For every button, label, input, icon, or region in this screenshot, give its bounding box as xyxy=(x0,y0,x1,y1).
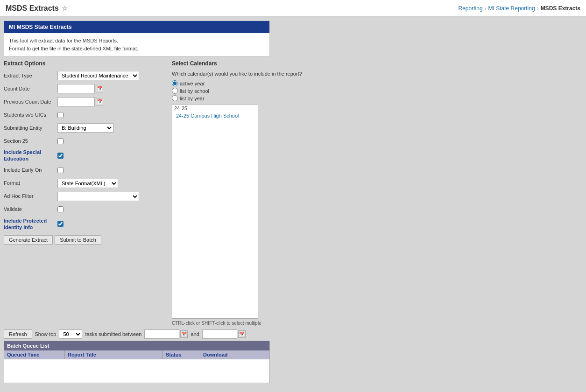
page-title: MSDS Extracts xyxy=(6,4,59,13)
include-early-on-control xyxy=(57,167,162,173)
count-date-input-wrap: 07/26/2024 📅 xyxy=(57,84,103,93)
validate-label: Validate xyxy=(4,206,57,212)
radio-active-year[interactable] xyxy=(172,80,178,86)
batch-date-to-calendar-icon[interactable]: 📅 xyxy=(238,330,246,338)
calendar-item-campus-high-school[interactable]: 24-25 Campus High School xyxy=(172,112,258,119)
generate-extract-button[interactable]: Generate Extract xyxy=(4,235,53,245)
tasks-between-label: tasks submitted between xyxy=(85,331,141,337)
include-early-on-label: Include Early On xyxy=(4,167,57,173)
extract-options-title: Extract Options xyxy=(4,60,162,67)
count-date-calendar-icon[interactable]: 📅 xyxy=(96,85,103,92)
breadcrumb: Reporting › MI State Reporting › MSDS Ex… xyxy=(459,5,580,12)
include-early-on-checkbox[interactable] xyxy=(57,167,64,173)
batch-col-queued-time: Queued Time xyxy=(4,350,65,359)
include-protected-row: Include Protected Identity Info xyxy=(4,217,162,231)
batch-date-from-wrap: 07/19/2024 📅 xyxy=(144,329,188,339)
panel-description-line1: This tool will extract data for the MSDS… xyxy=(9,37,265,45)
calendar-group-header: 24-25 xyxy=(172,105,258,112)
show-top-select[interactable]: 50 10 25 100 xyxy=(59,329,82,339)
radio-active-year-row: active year xyxy=(172,80,582,86)
students-wo-uics-checkbox[interactable] xyxy=(57,112,64,118)
calendar-listbox[interactable]: 24-25 24-25 Campus High School xyxy=(172,104,258,319)
batch-date-from-input[interactable]: 07/19/2024 xyxy=(144,329,179,339)
batch-queue-section: Refresh Show top 50 10 25 100 tasks subm… xyxy=(4,329,270,383)
validate-row: Validate xyxy=(4,204,162,215)
previous-count-date-label: Previous Count Date xyxy=(4,98,57,105)
count-date-control: 07/26/2024 📅 xyxy=(57,84,162,93)
breadcrumb-sep-1: › xyxy=(485,5,487,12)
panel-body: This tool will extract data for the MSDS… xyxy=(4,33,269,56)
breadcrumb-sep-2: › xyxy=(537,5,539,12)
extract-type-label: Extract Type xyxy=(4,72,57,79)
previous-count-date-row: Previous Count Date 📅 xyxy=(4,97,162,107)
section25-label: Section 25 xyxy=(4,138,57,144)
batch-col-report-title: Report Title xyxy=(65,350,163,359)
students-wo-uics-control xyxy=(57,112,162,118)
extract-type-control: Student Record Maintenance xyxy=(57,71,162,80)
select-calendars-section: Select Calendars Which calendar(s) would… xyxy=(172,60,582,326)
submitting-entity-row: Submitting Entity B: Building xyxy=(4,123,162,133)
include-special-ed-checkbox[interactable] xyxy=(57,153,64,159)
count-date-label: Count Date xyxy=(4,85,57,92)
submitting-entity-label: Submitting Entity xyxy=(4,125,57,131)
extract-type-row: Extract Type Student Record Maintenance xyxy=(4,70,162,81)
main-content: MI MSDS State Extracts This tool will ex… xyxy=(0,17,586,392)
ad-hoc-filter-row: Ad Hoc Filter xyxy=(4,191,162,202)
batch-date-to-wrap: 07/26/2024 📅 xyxy=(202,329,246,339)
refresh-button[interactable]: Refresh xyxy=(4,329,32,339)
submit-to-batch-button[interactable]: Submit to Batch xyxy=(55,235,101,245)
submitting-entity-select[interactable]: B: Building xyxy=(57,123,113,133)
section25-row: Section 25 xyxy=(4,136,162,146)
radio-active-year-label: active year xyxy=(180,81,205,86)
breadcrumb-mi-state-reporting[interactable]: MI State Reporting xyxy=(488,5,535,12)
breadcrumb-reporting[interactable]: Reporting xyxy=(459,5,483,12)
calendar-question: Which calendar(s) would you like to incl… xyxy=(172,70,582,77)
format-label: Format xyxy=(4,180,57,186)
include-protected-label: Include Protected Identity Info xyxy=(4,217,57,231)
include-special-ed-control xyxy=(57,153,162,159)
include-special-ed-row: Include Special Education xyxy=(4,149,162,162)
students-wo-uics-row: Students w/o UICs xyxy=(4,110,162,120)
prev-count-date-calendar-icon[interactable]: 📅 xyxy=(96,98,103,105)
batch-col-download: Download xyxy=(200,350,269,359)
batch-controls: Refresh Show top 50 10 25 100 tasks subm… xyxy=(4,329,270,339)
previous-count-date-control: 📅 xyxy=(57,97,162,106)
validate-control xyxy=(57,206,162,212)
previous-count-date-input[interactable] xyxy=(57,97,95,106)
validate-checkbox[interactable] xyxy=(57,206,64,212)
format-control: State Format(XML) xyxy=(57,179,162,188)
count-date-row: Count Date 07/26/2024 📅 xyxy=(4,84,162,94)
radio-list-by-school-label: list by school xyxy=(180,88,209,94)
submitting-entity-control: B: Building xyxy=(57,123,162,133)
batch-queue-table: Batch Queue List Queued Time Report Titl… xyxy=(4,341,270,383)
batch-date-to-input[interactable]: 07/26/2024 xyxy=(202,329,237,339)
students-wo-uics-label: Students w/o UICs xyxy=(4,112,57,118)
panel-description-line2: Format to get the file in the state-defi… xyxy=(9,45,265,53)
batch-col-status: Status xyxy=(163,350,200,359)
radio-list-by-school-row: list by school xyxy=(172,88,582,94)
section25-control xyxy=(57,138,162,144)
calendar-radio-group: active year list by school list by year xyxy=(172,80,582,101)
panel-header: MI MSDS State Extracts xyxy=(4,21,269,33)
select-calendars-title: Select Calendars xyxy=(172,60,582,67)
ad-hoc-filter-control xyxy=(57,192,162,201)
extract-type-select[interactable]: Student Record Maintenance xyxy=(57,71,139,80)
and-label: and xyxy=(191,331,199,337)
section25-checkbox[interactable] xyxy=(57,138,64,144)
breadcrumb-current: MSDS Extracts xyxy=(541,5,580,12)
format-select[interactable]: State Format(XML) xyxy=(57,179,118,188)
radio-list-by-year[interactable] xyxy=(172,95,178,101)
page-title-wrap: MSDS Extracts ☆ xyxy=(6,4,68,13)
batch-date-from-calendar-icon[interactable]: 📅 xyxy=(180,330,188,338)
favorite-star-icon[interactable]: ☆ xyxy=(62,5,68,12)
extract-options-section: Extract Options Extract Type Student Rec… xyxy=(4,60,162,326)
include-protected-control xyxy=(57,221,162,227)
radio-list-by-year-label: list by year xyxy=(180,96,205,101)
include-early-on-row: Include Early On xyxy=(4,165,162,175)
batch-col-headers: Queued Time Report Title Status Download xyxy=(4,350,269,359)
include-protected-checkbox[interactable] xyxy=(57,221,64,227)
button-row: Generate Extract Submit to Batch xyxy=(4,235,162,245)
count-date-input[interactable]: 07/26/2024 xyxy=(57,84,95,93)
radio-list-by-school[interactable] xyxy=(172,88,178,94)
ad-hoc-filter-select[interactable] xyxy=(57,192,139,201)
